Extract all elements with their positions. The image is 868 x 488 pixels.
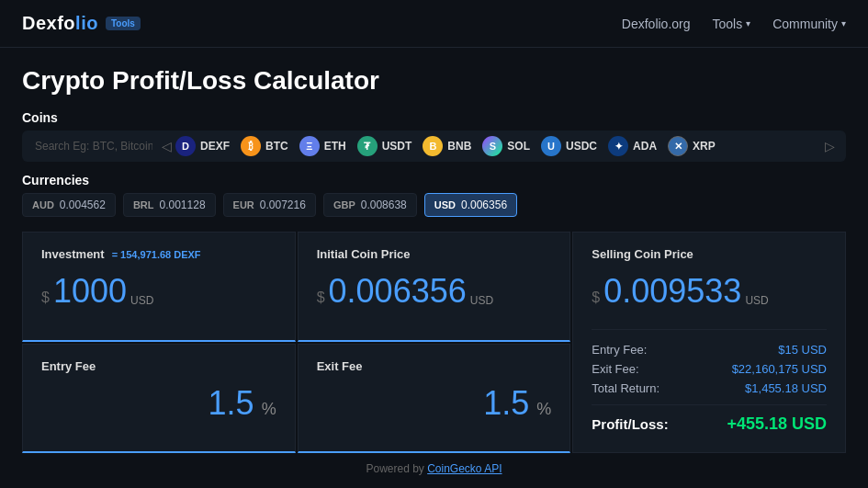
nav-tools-link[interactable]: Tools ▾ (713, 17, 751, 31)
navbar: Dexfolio Tools Dexfolio.org Tools ▾ Comm… (0, 0, 868, 48)
exit-fee-result-row: Exit Fee: $22,160,175 USD (592, 362, 827, 376)
selling-price-card: Selling Coin Price $ 0.009533 USD Entry … (572, 232, 846, 453)
nav-site-link[interactable]: Dexfolio.org (622, 17, 691, 31)
currency-eur[interactable]: EUR 0.007216 (223, 193, 316, 217)
usd-value: 0.006356 (461, 199, 507, 211)
currencies-row: AUD 0.004562 BRL 0.001128 EUR 0.007216 G… (22, 193, 846, 217)
investment-prefix: $ (41, 289, 50, 306)
brl-value: 0.001128 (160, 199, 206, 211)
nav-links: Dexfolio.org Tools ▾ Community ▾ (622, 17, 846, 31)
investment-unit: USD (130, 294, 153, 311)
currency-usd[interactable]: USD 0.006356 (424, 193, 517, 217)
exit-fee-unit: % (536, 400, 551, 419)
btc-icon: ₿ (241, 136, 261, 156)
initial-price-card: Initial Coin Price $ 0.006356 USD (298, 232, 571, 342)
total-return-result-row: Total Return: $1,455.18 USD (592, 381, 827, 395)
initial-price-value[interactable]: 0.006356 (329, 272, 467, 311)
investment-card: Investment = 154,971.68 DEXF $ 1000 USD (22, 232, 296, 342)
entry-fee-result-label: Entry Fee: (592, 343, 647, 357)
coin-item-ada[interactable]: ✦ ADA (608, 136, 657, 156)
profit-loss-label: Profit/Loss: (592, 416, 668, 432)
xrp-label: XRP (693, 140, 716, 153)
brand-name: Dexfolio (22, 13, 98, 34)
coin-item-usdc[interactable]: U USDC (541, 136, 597, 156)
total-return-result-value: $1,455.18 USD (745, 381, 827, 395)
currencies-label: Currencies (22, 173, 846, 187)
currency-gbp[interactable]: GBP 0.008638 (323, 193, 417, 217)
search-input[interactable] (29, 136, 158, 156)
bnb-label: BNB (447, 140, 471, 153)
usdc-icon: U (541, 136, 561, 156)
eth-icon: Ξ (299, 136, 320, 156)
ada-label: ADA (633, 140, 657, 153)
ada-icon: ✦ (608, 136, 628, 156)
usdt-label: USDT (382, 140, 412, 153)
coin-item-xrp[interactable]: ✕ XRP (668, 136, 716, 156)
sol-label: SOL (507, 140, 530, 153)
gbp-code: GBP (333, 199, 355, 210)
aud-value: 0.004562 (60, 199, 106, 211)
coin-item-usdt[interactable]: ₮ USDT (357, 136, 412, 156)
brl-code: BRL (133, 199, 154, 210)
bnb-icon: B (423, 136, 443, 156)
entry-fee-label: Entry Fee (41, 359, 276, 373)
eth-label: ETH (324, 140, 346, 153)
exit-fee-value[interactable]: 1.5 (483, 384, 529, 423)
tools-chevron-icon: ▾ (746, 18, 750, 28)
coin-item-btc[interactable]: ₿ BTC (241, 136, 288, 156)
initial-price-unit: USD (470, 294, 493, 311)
coin-item-eth[interactable]: Ξ ETH (299, 136, 346, 156)
eur-value: 0.007216 (260, 199, 306, 211)
investment-label: Investment = 154,971.68 DEXF (41, 247, 276, 261)
coin-list: D DEXF ₿ BTC Ξ ETH ₮ USDT B BNB S SOL (175, 136, 821, 156)
total-return-result-label: Total Return: (592, 381, 659, 395)
selling-price-label: Selling Coin Price (592, 247, 827, 261)
entry-fee-result-row: Entry Fee: $15 USD (592, 343, 827, 357)
community-chevron-icon: ▾ (841, 18, 846, 28)
investment-sublabel: = 154,971.68 DEXF (112, 249, 201, 260)
exit-fee-result-label: Exit Fee: (592, 362, 638, 376)
entry-fee-value[interactable]: 1.5 (209, 384, 254, 423)
exit-fee-result-value: $22,160,175 USD (732, 362, 827, 376)
tools-badge: Tools (106, 17, 141, 30)
nav-community-link[interactable]: Community ▾ (772, 17, 846, 31)
entry-fee-result-value: $15 USD (778, 343, 827, 357)
initial-price-label: Initial Coin Price (317, 247, 552, 261)
dexf-label: DEXF (200, 140, 230, 153)
aud-code: AUD (32, 199, 54, 210)
coin-item-bnb[interactable]: B BNB (423, 136, 471, 156)
initial-price-prefix: $ (317, 289, 325, 306)
entry-fee-unit: % (262, 400, 276, 419)
coingecko-link[interactable]: CoinGecko API (427, 462, 502, 475)
dexf-icon: D (175, 136, 196, 156)
xrp-icon: ✕ (668, 136, 688, 156)
currency-aud[interactable]: AUD 0.004562 (22, 193, 116, 217)
coin-item-sol[interactable]: S SOL (482, 136, 530, 156)
coin-item-dexf[interactable]: D DEXF (175, 136, 230, 156)
sol-icon: S (482, 136, 502, 156)
profit-loss-value: +455.18 USD (727, 414, 827, 434)
coins-label: Coins (22, 110, 846, 125)
currency-brl[interactable]: BRL 0.001128 (123, 193, 216, 217)
usdt-icon: ₮ (357, 136, 378, 156)
profit-loss-row: Profit/Loss: +455.18 USD (592, 404, 827, 434)
page-title: Crypto Profit/Loss Calculator (22, 66, 846, 96)
usdc-label: USDC (566, 140, 597, 153)
selling-price-unit: USD (745, 294, 768, 311)
coins-prev-button[interactable]: ◁ (158, 137, 175, 155)
entry-fee-card: Entry Fee 1.5 % (22, 344, 296, 454)
brand: Dexfolio Tools (22, 13, 141, 34)
usd-code: USD (434, 199, 456, 210)
exit-fee-label: Exit Fee (317, 359, 552, 373)
selling-price-value[interactable]: 0.009533 (603, 272, 741, 311)
selling-price-prefix: $ (592, 289, 600, 306)
coins-row: ◁ D DEXF ₿ BTC Ξ ETH ₮ USDT B BNB (22, 131, 846, 162)
footer: Powered by CoinGecko API (22, 453, 846, 484)
investment-value[interactable]: 1000 (53, 272, 127, 311)
eur-code: EUR (233, 199, 254, 210)
gbp-value: 0.008638 (361, 199, 407, 211)
btc-label: BTC (265, 140, 288, 153)
exit-fee-card: Exit Fee 1.5 % (298, 344, 571, 454)
calculator-grid: Investment = 154,971.68 DEXF $ 1000 USD … (22, 232, 846, 453)
coins-next-button[interactable]: ▷ (821, 137, 839, 155)
